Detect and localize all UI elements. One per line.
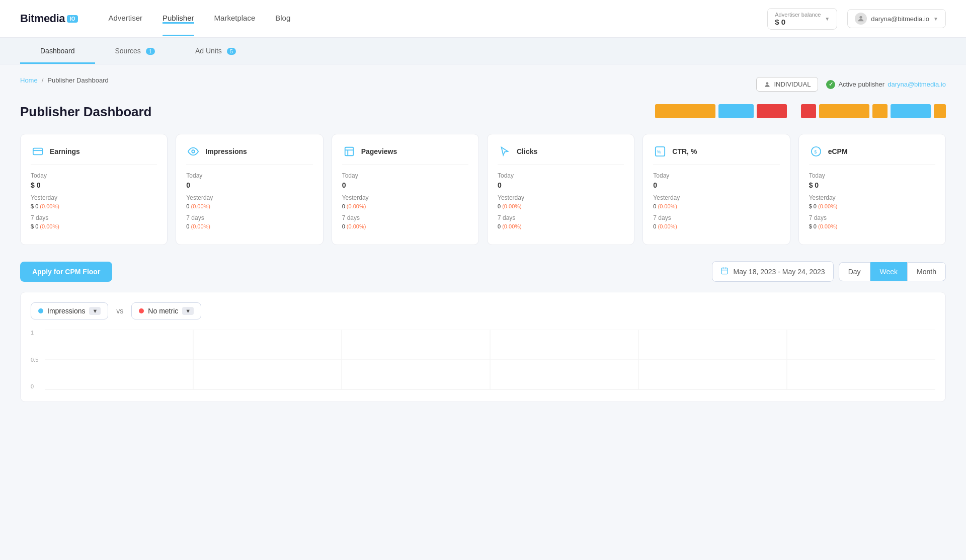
svg-text:$: $	[814, 149, 817, 154]
ecpm-yesterday: Yesterday $ 0 (0.00%)	[809, 194, 935, 209]
impressions-today: Today 0	[186, 172, 312, 189]
svg-rect-5	[345, 147, 353, 156]
stat-cards-row: Earnings Today $ 0 Yesterday $ 0 (0.00%)…	[20, 134, 946, 245]
pageviews-today: Today 0	[342, 172, 468, 189]
stat-card-earnings: Earnings Today $ 0 Yesterday $ 0 (0.00%)…	[20, 134, 168, 245]
tab-sources[interactable]: Sources 1	[95, 38, 175, 64]
individual-label: INDIVIDUAL	[774, 81, 811, 88]
stat-card-ecpm: $ eCPM Today $ 0 Yesterday $ 0 (0.00%) 7…	[798, 134, 946, 245]
y-label-0: 0	[31, 383, 41, 389]
main-nav: Advertiser Publisher Marketplace Blog	[108, 14, 767, 24]
svg-text:%: %	[657, 149, 661, 154]
nav-item-marketplace[interactable]: Marketplace	[214, 14, 256, 24]
header: Bitmedia IO Advertiser Publisher Marketp…	[0, 0, 966, 38]
earnings-title: Earnings	[50, 147, 80, 155]
dashboard-header: Publisher Dashboard	[20, 104, 946, 120]
nav-item-advertiser[interactable]: Advertiser	[108, 14, 142, 24]
pageviews-7days: 7 days 0 (0.00%)	[342, 214, 468, 229]
chart-area: 1 0.5 0	[31, 330, 935, 391]
stat-card-ctr: % CTR, % Today 0 Yesterday 0 (0.00%) 7 d…	[642, 134, 790, 245]
advertiser-balance[interactable]: Advertiser balance $ 0 ▼	[767, 8, 837, 30]
page-title: Publisher Dashboard	[20, 104, 152, 120]
bar-8	[934, 104, 946, 118]
ad-units-badge: 5	[227, 48, 236, 55]
clicks-today: Today 0	[498, 172, 624, 189]
chart-svg	[45, 330, 935, 390]
vs-label: vs	[116, 307, 123, 315]
ecpm-title: eCPM	[828, 147, 848, 155]
impressions-yesterday: Yesterday 0 (0.00%)	[186, 194, 312, 209]
svg-point-0	[860, 16, 862, 19]
card-header-impressions: Impressions	[186, 144, 312, 165]
earnings-7days: 7 days $ 0 (0.00%)	[31, 214, 157, 229]
impressions-title: Impressions	[205, 147, 247, 155]
earnings-icon	[31, 144, 45, 158]
card-header-earnings: Earnings	[31, 144, 157, 165]
ctr-icon: %	[653, 144, 667, 158]
earnings-today: Today $ 0	[31, 172, 157, 189]
metric1-dropdown[interactable]: Impressions ▼	[31, 302, 108, 319]
ecpm-today: Today $ 0	[809, 172, 935, 189]
stat-card-impressions: Impressions Today 0 Yesterday 0 (0.00%) …	[176, 134, 323, 245]
bar-7	[891, 104, 931, 118]
clicks-7days: 7 days 0 (0.00%)	[498, 214, 624, 229]
metric1-dot	[38, 308, 43, 313]
date-range-picker[interactable]: May 18, 2023 - May 24, 2023	[712, 261, 834, 282]
pageviews-icon	[342, 144, 356, 158]
user-chevron-icon: ▼	[933, 16, 938, 22]
active-label: Active publisher	[838, 81, 884, 88]
apply-cpm-floor-button[interactable]: Apply for CPM Floor	[20, 262, 112, 282]
date-range-text: May 18, 2023 - May 24, 2023	[734, 268, 825, 276]
tab-dashboard[interactable]: Dashboard	[20, 38, 95, 64]
active-publisher: ✓ Active publisher daryna@bitmedia.io	[826, 80, 946, 89]
color-bars-decoration	[655, 104, 946, 118]
ctr-title: CTR, %	[672, 147, 697, 155]
logo-text: Bitmedia	[20, 12, 65, 25]
balance-chevron-icon: ▼	[825, 16, 830, 22]
card-header-ecpm: $ eCPM	[809, 144, 935, 165]
active-check-icon: ✓	[826, 80, 835, 89]
breadcrumb-separator: /	[42, 76, 44, 84]
impressions-7days: 7 days 0 (0.00%)	[186, 214, 312, 229]
bar-6	[872, 104, 888, 118]
nav-item-blog[interactable]: Blog	[275, 14, 290, 24]
svg-rect-12	[721, 268, 728, 274]
bar-3	[757, 104, 787, 118]
svg-rect-2	[33, 148, 42, 155]
y-label-1: 1	[31, 330, 41, 336]
user-email: daryna@bitmedia.io	[871, 15, 929, 23]
chart-plot-area	[45, 330, 935, 391]
avatar	[855, 13, 867, 25]
pageviews-yesterday: Yesterday 0 (0.00%)	[342, 194, 468, 209]
metric1-label: Impressions	[47, 307, 85, 315]
nav-item-publisher[interactable]: Publisher	[163, 14, 194, 24]
ecpm-icon: $	[809, 144, 823, 158]
sources-badge: 1	[146, 48, 155, 55]
individual-button[interactable]: INDIVIDUAL	[756, 77, 818, 92]
metric2-label: No metric	[148, 307, 178, 315]
period-day-button[interactable]: Day	[839, 262, 870, 281]
tab-ad-units[interactable]: Ad Units 5	[175, 38, 256, 64]
stat-card-clicks: Clicks Today 0 Yesterday 0 (0.00%) 7 day…	[487, 134, 634, 245]
breadcrumb-home[interactable]: Home	[20, 76, 38, 84]
metric2-dropdown[interactable]: No metric ▼	[131, 302, 201, 319]
clicks-icon	[498, 144, 512, 158]
main-content: Home / Publisher Dashboard INDIVIDUAL ✓ …	[0, 64, 966, 414]
card-header-pageviews: Pageviews	[342, 144, 468, 165]
period-month-button[interactable]: Month	[907, 262, 946, 281]
breadcrumb-current: Publisher Dashboard	[47, 76, 108, 84]
chart-controls: Impressions ▼ vs No metric ▼	[31, 302, 935, 319]
logo: Bitmedia IO	[20, 12, 78, 25]
date-controls: May 18, 2023 - May 24, 2023 Day Week Mon…	[712, 261, 946, 282]
publisher-email: daryna@bitmedia.io	[888, 81, 946, 88]
clicks-yesterday: Yesterday 0 (0.00%)	[498, 194, 624, 209]
bar-4	[801, 104, 816, 118]
publisher-info-bar: INDIVIDUAL ✓ Active publisher daryna@bit…	[756, 77, 946, 92]
metric2-arrow-icon: ▼	[182, 307, 194, 315]
calendar-icon	[720, 267, 729, 276]
user-menu[interactable]: daryna@bitmedia.io ▼	[847, 9, 946, 28]
svg-point-4	[192, 150, 195, 153]
period-week-button[interactable]: Week	[870, 262, 908, 281]
card-header-ctr: % CTR, %	[653, 144, 779, 165]
chart-container: Impressions ▼ vs No metric ▼ 1 0.5 0	[20, 292, 946, 402]
